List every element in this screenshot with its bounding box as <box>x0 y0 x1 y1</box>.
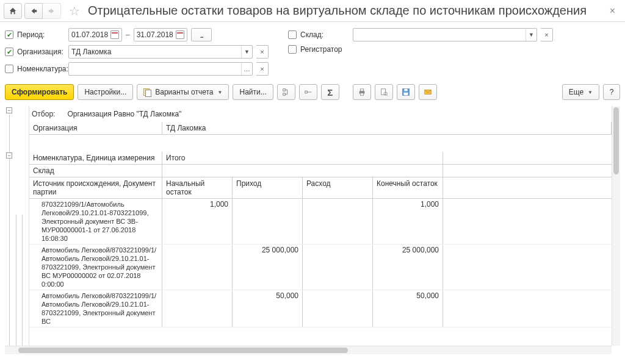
filter-panel: Период: 01.07.2018 – 31.07.2018 ... Орга… <box>0 22 625 82</box>
table-row[interactable]: Автомобиль Легковой/8703221099/1/Автомоб… <box>29 244 612 290</box>
outline-gutter: − − <box>5 106 29 346</box>
vertical-scrollbar[interactable] <box>612 106 620 346</box>
svg-rect-9 <box>404 89 407 91</box>
report-area: − − Отбор: Организация Равно "ТД Лакомка… <box>5 106 620 354</box>
form-button[interactable]: Сформировать <box>5 84 74 100</box>
arrow-left-icon <box>29 7 38 15</box>
sigma-icon: Σ <box>327 87 333 98</box>
row-c1 <box>162 244 233 290</box>
print-button[interactable] <box>353 84 371 100</box>
sklad-combo[interactable]: ▼ <box>353 28 537 41</box>
scroll-thumb[interactable] <box>613 107 619 174</box>
period-picker-button[interactable]: ... <box>191 28 212 41</box>
row-c3 <box>303 244 373 290</box>
row-c3 <box>303 290 373 327</box>
horizontal-scrollbar[interactable] <box>5 346 612 354</box>
filter-desc-value: Организация Равно "ТД Лакомка" <box>67 110 181 118</box>
org-header-label: Организация <box>29 122 162 134</box>
find-label: Найти... <box>239 88 266 96</box>
email-button[interactable] <box>419 84 437 100</box>
nomen-combo[interactable]: … <box>68 62 253 76</box>
settings-label: Настройки... <box>84 88 126 96</box>
itogo-header: Итого <box>162 152 443 164</box>
forward-button[interactable] <box>43 3 61 19</box>
org-checkbox[interactable] <box>5 48 13 56</box>
nomen-label: Номенклатура: <box>17 65 65 73</box>
calendar-icon <box>110 30 119 39</box>
row-label: Автомобиль Легковой/8703221099/1/Автомоб… <box>29 290 162 327</box>
row-c4: 25 000,000 <box>373 244 443 290</box>
nomen-checkbox[interactable] <box>5 65 13 73</box>
save-button[interactable] <box>397 84 415 100</box>
date-dash: – <box>126 30 130 39</box>
sklad-clear-button[interactable]: × <box>541 28 553 41</box>
org-combo[interactable]: ТД Лакомка ▼ <box>68 45 253 59</box>
page-title: Отрицательные остатки товаров на виртуал… <box>88 4 587 18</box>
org-header-value: ТД Лакомка <box>162 122 612 134</box>
more-button[interactable]: Еще▼ <box>562 84 599 100</box>
svg-rect-5 <box>360 93 363 96</box>
filter-description: Отбор: Организация Равно "ТД Лакомка" <box>29 106 612 122</box>
org-clear-button[interactable]: × <box>256 45 269 59</box>
period-checkbox[interactable] <box>5 30 13 39</box>
find-button[interactable]: Найти... <box>233 84 273 100</box>
collapse-tree-icon <box>304 88 312 96</box>
back-button[interactable] <box>24 3 43 19</box>
svg-rect-6 <box>381 89 385 95</box>
help-label: ? <box>610 88 614 96</box>
col-header-3: Расход <box>303 177 373 198</box>
date-to-value: 31.07.2018 <box>137 30 173 39</box>
outline-toggle[interactable]: − <box>6 107 12 113</box>
variants-button[interactable]: Варианты отчета ▼ <box>137 84 229 100</box>
table-row[interactable]: 8703221099/1/Автомобиль Легковой/29.10.2… <box>29 199 612 244</box>
settings-button[interactable]: Настройки... <box>78 84 133 100</box>
row-c1 <box>162 290 233 327</box>
row-label: 8703221099/1/Автомобиль Легковой/29.10.2… <box>29 199 162 244</box>
svg-rect-1 <box>283 93 285 96</box>
expand-all-button[interactable] <box>277 84 295 100</box>
row-label: Автомобиль Легковой/8703221099/1/Автомоб… <box>29 244 162 290</box>
sklad-checkbox[interactable] <box>288 30 297 39</box>
form-label: Сформировать <box>12 88 67 96</box>
collapse-all-button[interactable] <box>299 84 317 100</box>
chevron-down-icon: ▼ <box>588 90 593 95</box>
sum-button[interactable]: Σ <box>321 84 339 100</box>
navbar: ☆ Отрицательные остатки товаров на вирту… <box>0 0 625 22</box>
nomen-clear-button[interactable]: × <box>256 62 269 76</box>
chevron-down-icon: ▼ <box>241 46 252 58</box>
date-from-input[interactable]: 01.07.2018 <box>68 28 122 41</box>
close-button[interactable]: × <box>607 3 618 19</box>
favorite-star-icon[interactable]: ☆ <box>67 4 82 18</box>
table-row[interactable]: Автомобиль Легковой/8703221099/1/Автомоб… <box>29 290 612 327</box>
group-header-2: Склад <box>29 165 162 177</box>
preview-button[interactable] <box>375 84 393 100</box>
org-value: ТД Лакомка <box>69 48 241 56</box>
sklad-label: Склад: <box>300 30 349 39</box>
registrator-checkbox[interactable] <box>288 45 297 54</box>
scroll-thumb[interactable] <box>18 348 348 353</box>
variants-icon <box>143 88 152 96</box>
toolbar: Сформировать Настройки... Варианты отчет… <box>0 82 625 105</box>
row-c1: 1,000 <box>162 199 233 244</box>
more-label: Еще <box>569 88 583 96</box>
home-icon <box>9 7 17 15</box>
outline-toggle[interactable]: − <box>6 152 12 159</box>
group-header-1: Номенклатура, Единица измерения <box>29 152 162 164</box>
svg-rect-10 <box>403 93 408 95</box>
svg-rect-4 <box>360 89 363 91</box>
col-header-1: Начальный остаток <box>162 177 233 198</box>
printer-icon <box>358 88 366 96</box>
row-c2: 25 000,000 <box>233 244 303 290</box>
help-button[interactable]: ? <box>603 84 620 100</box>
home-button[interactable] <box>4 3 22 19</box>
svg-rect-2 <box>305 91 307 93</box>
row-c4: 50,000 <box>373 290 443 327</box>
org-label: Организация: <box>17 48 65 56</box>
date-to-input[interactable]: 31.07.2018 <box>134 28 187 41</box>
svg-rect-0 <box>283 89 285 91</box>
variants-label: Варианты отчета <box>155 88 213 96</box>
report-grid: Отбор: Организация Равно "ТД Лакомка" Ор… <box>29 106 612 346</box>
chevron-down-icon: ▼ <box>526 29 536 41</box>
registrator-label: Регистратор <box>300 45 342 54</box>
date-from-value: 01.07.2018 <box>71 30 108 39</box>
